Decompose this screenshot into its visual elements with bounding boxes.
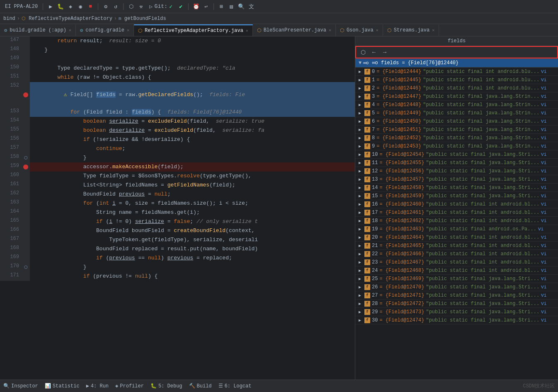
item-view-link[interactable]: Vi xyxy=(541,119,546,124)
ant-icon[interactable]: ⬡ xyxy=(127,2,135,11)
tab-reflective[interactable]: ⬡ ReflectiveTypeAdapterFactory.java ✕ xyxy=(134,24,253,36)
undo-icon[interactable]: ↩ xyxy=(202,2,210,11)
item-view-link[interactable]: Vi xyxy=(541,69,546,74)
item-expand-arrow[interactable]: ▶ xyxy=(359,102,364,107)
project-selector[interactable]: EI PPA-AL20 xyxy=(3,3,39,10)
item-view-link[interactable]: Vi xyxy=(541,127,546,132)
search-icon[interactable]: 🔍 xyxy=(237,2,245,11)
stop-icon[interactable]: ■ xyxy=(86,2,95,11)
debug-list-item[interactable]: ▶ f 2 = {Field@12446} "public static fin… xyxy=(355,84,558,92)
debug-list-item[interactable]: ▶ f 15 = {Field@12459} "public static fi… xyxy=(355,192,558,200)
item-expand-arrow[interactable]: ▶ xyxy=(359,185,364,190)
item-expand-arrow[interactable]: ▶ xyxy=(359,194,364,198)
item-expand-arrow[interactable]: ▶ xyxy=(359,301,364,306)
translate-icon[interactable]: 文 xyxy=(247,2,255,11)
tab-close-config[interactable]: ✕ xyxy=(127,28,129,33)
item-expand-arrow[interactable]: ▶ xyxy=(359,260,364,265)
status-statistic[interactable]: 📊 Statistic xyxy=(45,383,80,389)
item-expand-arrow[interactable]: ▶ xyxy=(359,160,364,165)
debug-list-item[interactable]: ▶ f 6 = {Field@12450} "public static fin… xyxy=(355,117,558,126)
debug-list-item[interactable]: ▶ f 12 = {Field@12456} "public static fi… xyxy=(355,167,558,175)
item-expand-arrow[interactable]: ▶ xyxy=(359,127,364,132)
tab-close-build[interactable]: ✕ xyxy=(69,28,71,33)
item-expand-arrow[interactable]: ▶ xyxy=(359,276,364,281)
item-expand-arrow[interactable]: ▶ xyxy=(359,293,364,298)
item-expand-arrow[interactable]: ▶ xyxy=(359,77,364,82)
item-view-link[interactable]: Vi xyxy=(541,169,546,174)
item-expand-arrow[interactable]: ▶ xyxy=(359,202,364,207)
item-view-link[interactable]: Vi xyxy=(541,102,546,107)
debug-list-item[interactable]: ▶ f 7 = {Field@12451} "public static fin… xyxy=(355,126,558,134)
item-view-link[interactable]: Vi xyxy=(541,310,546,315)
item-view-link[interactable]: Vi xyxy=(541,252,546,256)
debug-list-item[interactable]: ▶ f 1 = {Field@12445} "public static fin… xyxy=(355,76,558,84)
tab-close-gson[interactable]: ✕ xyxy=(376,28,378,33)
item-view-link[interactable]: Vi xyxy=(541,318,546,323)
tab-close-streams[interactable]: ✕ xyxy=(432,28,434,33)
item-view-link[interactable]: Vi xyxy=(541,77,546,82)
item-expand-arrow[interactable]: ▶ xyxy=(359,227,364,232)
item-expand-arrow[interactable]: ▶ xyxy=(359,119,364,124)
status-profiler[interactable]: ◈ Profiler xyxy=(115,383,144,389)
item-view-link[interactable]: Vi xyxy=(541,185,546,190)
status-debug[interactable]: 🐛 5: Debug xyxy=(150,383,182,389)
item-expand-arrow[interactable]: ▶ xyxy=(359,243,364,248)
item-expand-arrow[interactable]: ▶ xyxy=(359,285,364,290)
run-icon[interactable]: ▶ xyxy=(46,2,55,11)
debug-list-item[interactable]: ▶ f 8 = {Field@12452} "public static fin… xyxy=(355,134,558,142)
item-view-link[interactable]: Vi xyxy=(541,260,546,265)
item-expand-arrow[interactable]: ▶ xyxy=(359,111,364,116)
item-expand-arrow[interactable]: ▶ xyxy=(359,310,364,315)
build2-icon[interactable]: ⚒ xyxy=(137,2,145,11)
status-inspector[interactable]: 🔍 Inspector xyxy=(3,383,38,389)
debug-copy-btn[interactable]: ⬡ xyxy=(359,48,368,57)
debug-list-item[interactable]: ▶ f 11 = {Field@12455} "public static fi… xyxy=(355,159,558,167)
debug-list-item[interactable]: ▶ f 27 = {Field@12471} "public static fi… xyxy=(355,291,558,300)
git-icon[interactable]: Git: xyxy=(157,2,165,11)
status-run[interactable]: ▶ 4: Run xyxy=(86,383,109,389)
item-view-link[interactable]: Vi xyxy=(541,177,546,182)
item-view-link[interactable]: Vi xyxy=(541,160,546,165)
item-view-link[interactable]: Vi xyxy=(541,293,546,298)
item-expand-arrow[interactable]: ▶ xyxy=(359,94,364,99)
tab-close-blescan[interactable]: ✕ xyxy=(329,28,331,33)
tab-config-gradle[interactable]: ⚙ config.gradle ✕ xyxy=(76,24,134,36)
debug-list-item[interactable]: ▶ f 3 = {Field@12447} "public static fin… xyxy=(355,92,558,101)
item-expand-arrow[interactable]: ▶ xyxy=(359,252,364,256)
debug-list-item[interactable]: ▶ f 10 = {Field@12454} "public static fi… xyxy=(355,150,558,159)
build-icon[interactable]: ⚙ xyxy=(102,2,110,11)
item-view-link[interactable]: Vi xyxy=(541,268,546,273)
debug-root-item[interactable]: ▼ ∞o ∞o fields = {Field[76]@12440} xyxy=(355,59,558,68)
status-logcat[interactable]: ☰ 6: Logcat xyxy=(218,383,252,389)
debug-list-item[interactable]: ▶ f 30 = {Field@12474} "public static fi… xyxy=(355,316,558,324)
item-expand-arrow[interactable]: ▶ xyxy=(359,218,364,223)
debug-list-item[interactable]: ▶ f 21 = {Field@12465} "public static fi… xyxy=(355,242,558,250)
item-view-link[interactable]: Vi xyxy=(541,152,546,157)
debug-back-btn[interactable]: ← xyxy=(369,48,378,57)
item-expand-arrow[interactable]: ▶ xyxy=(359,169,364,174)
item-expand-arrow[interactable]: ▶ xyxy=(359,177,364,182)
item-view-link[interactable]: Vi xyxy=(541,276,546,281)
sync-icon[interactable]: ↺ xyxy=(112,2,120,11)
breadcrumb-class[interactable]: ⬡ ReflectiveTypeAdapterFactory xyxy=(22,16,112,22)
debug-list-item[interactable]: ▶ f 24 = {Field@12468} "public static fi… xyxy=(355,266,558,275)
item-view-link[interactable]: Vi xyxy=(541,111,546,116)
check-icon[interactable]: ✓ xyxy=(167,2,175,11)
window-icon[interactable]: ⊞ xyxy=(217,2,226,11)
item-expand-arrow[interactable]: ▶ xyxy=(359,69,364,74)
debug-list-item[interactable]: ▶ f 28 = {Field@12472} "public static fi… xyxy=(355,300,558,308)
item-view-link[interactable]: Vi xyxy=(541,86,546,91)
tick-icon[interactable]: ✔ xyxy=(177,2,185,11)
debug-list-item[interactable]: ▶ f 18 = {Field@12462} "public static fi… xyxy=(355,217,558,225)
debug-list-item[interactable]: ▶ f 29 = {Field@12473} "public static fi… xyxy=(355,308,558,316)
code-editor[interactable]: 147 return result; result: size = 0 148 … xyxy=(0,36,355,380)
profile-icon[interactable]: ◈ xyxy=(66,2,75,11)
item-expand-arrow[interactable]: ▶ xyxy=(359,318,364,323)
debug-list-item[interactable]: ▶ f 16 = {Field@12460} "public static fi… xyxy=(355,200,558,208)
item-view-link[interactable]: Vi xyxy=(541,202,546,207)
item-view-link[interactable]: Vi xyxy=(541,285,546,290)
item-expand-arrow[interactable]: ▶ xyxy=(359,136,364,140)
status-build[interactable]: 🔨 Build xyxy=(189,383,212,389)
layout-icon[interactable]: ▤ xyxy=(227,2,235,11)
run2-icon[interactable]: ▷ xyxy=(147,2,155,11)
